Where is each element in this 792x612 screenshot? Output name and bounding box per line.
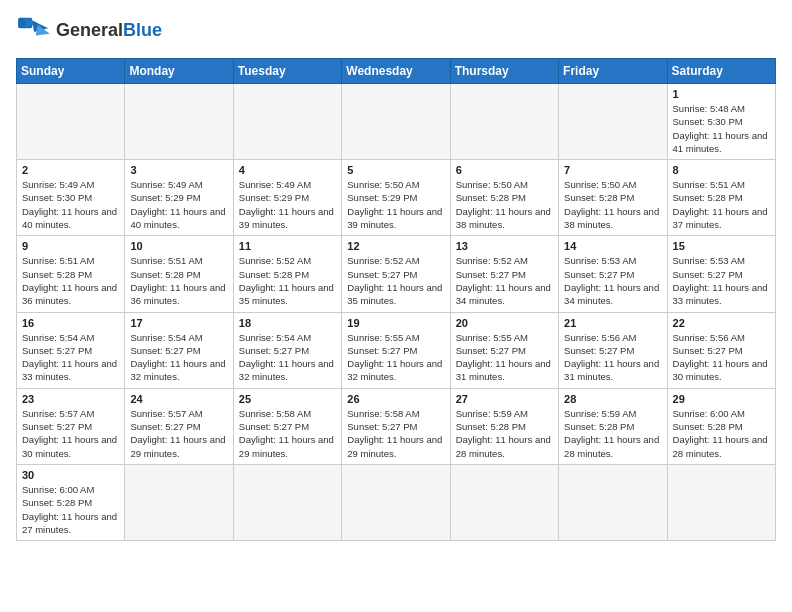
calendar-cell: 25Sunrise: 5:58 AMSunset: 5:27 PMDayligh… bbox=[233, 388, 341, 464]
day-info: Sunrise: 5:49 AMSunset: 5:29 PMDaylight:… bbox=[239, 178, 336, 231]
calendar-cell: 11Sunrise: 5:52 AMSunset: 5:28 PMDayligh… bbox=[233, 236, 341, 312]
calendar-cell: 14Sunrise: 5:53 AMSunset: 5:27 PMDayligh… bbox=[559, 236, 667, 312]
day-info: Sunrise: 5:56 AMSunset: 5:27 PMDaylight:… bbox=[564, 331, 661, 384]
day-number: 14 bbox=[564, 240, 661, 252]
day-info: Sunrise: 5:58 AMSunset: 5:27 PMDaylight:… bbox=[239, 407, 336, 460]
day-info: Sunrise: 5:57 AMSunset: 5:27 PMDaylight:… bbox=[130, 407, 227, 460]
calendar-cell: 18Sunrise: 5:54 AMSunset: 5:27 PMDayligh… bbox=[233, 312, 341, 388]
day-number: 12 bbox=[347, 240, 444, 252]
calendar-cell: 17Sunrise: 5:54 AMSunset: 5:27 PMDayligh… bbox=[125, 312, 233, 388]
calendar-row: 9Sunrise: 5:51 AMSunset: 5:28 PMDaylight… bbox=[17, 236, 776, 312]
day-number: 22 bbox=[673, 317, 770, 329]
day-number: 10 bbox=[130, 240, 227, 252]
day-number: 3 bbox=[130, 164, 227, 176]
calendar-cell bbox=[342, 84, 450, 160]
day-info: Sunrise: 6:00 AMSunset: 5:28 PMDaylight:… bbox=[22, 483, 119, 536]
day-number: 13 bbox=[456, 240, 553, 252]
day-info: Sunrise: 5:51 AMSunset: 5:28 PMDaylight:… bbox=[22, 254, 119, 307]
calendar-cell: 5Sunrise: 5:50 AMSunset: 5:29 PMDaylight… bbox=[342, 160, 450, 236]
day-info: Sunrise: 5:59 AMSunset: 5:28 PMDaylight:… bbox=[456, 407, 553, 460]
day-info: Sunrise: 5:50 AMSunset: 5:28 PMDaylight:… bbox=[564, 178, 661, 231]
day-number: 5 bbox=[347, 164, 444, 176]
day-number: 7 bbox=[564, 164, 661, 176]
day-number: 9 bbox=[22, 240, 119, 252]
day-number: 18 bbox=[239, 317, 336, 329]
calendar-cell bbox=[667, 464, 775, 540]
calendar-cell: 4Sunrise: 5:49 AMSunset: 5:29 PMDaylight… bbox=[233, 160, 341, 236]
calendar-cell bbox=[17, 84, 125, 160]
calendar-cell: 2Sunrise: 5:49 AMSunset: 5:30 PMDaylight… bbox=[17, 160, 125, 236]
logo-text: GeneralBlue bbox=[56, 21, 162, 41]
day-number: 17 bbox=[130, 317, 227, 329]
day-info: Sunrise: 6:00 AMSunset: 5:28 PMDaylight:… bbox=[673, 407, 770, 460]
day-info: Sunrise: 5:55 AMSunset: 5:27 PMDaylight:… bbox=[347, 331, 444, 384]
calendar-cell: 8Sunrise: 5:51 AMSunset: 5:28 PMDaylight… bbox=[667, 160, 775, 236]
calendar-cell: 7Sunrise: 5:50 AMSunset: 5:28 PMDaylight… bbox=[559, 160, 667, 236]
day-number: 24 bbox=[130, 393, 227, 405]
calendar-cell bbox=[342, 464, 450, 540]
calendar-row: 23Sunrise: 5:57 AMSunset: 5:27 PMDayligh… bbox=[17, 388, 776, 464]
calendar-cell: 21Sunrise: 5:56 AMSunset: 5:27 PMDayligh… bbox=[559, 312, 667, 388]
day-info: Sunrise: 5:51 AMSunset: 5:28 PMDaylight:… bbox=[130, 254, 227, 307]
day-info: Sunrise: 5:50 AMSunset: 5:29 PMDaylight:… bbox=[347, 178, 444, 231]
calendar-cell bbox=[125, 464, 233, 540]
weekday-header-row: SundayMondayTuesdayWednesdayThursdayFrid… bbox=[17, 59, 776, 84]
day-number: 16 bbox=[22, 317, 119, 329]
weekday-header: Monday bbox=[125, 59, 233, 84]
calendar-cell: 3Sunrise: 5:49 AMSunset: 5:29 PMDaylight… bbox=[125, 160, 233, 236]
day-number: 21 bbox=[564, 317, 661, 329]
day-number: 19 bbox=[347, 317, 444, 329]
day-info: Sunrise: 5:52 AMSunset: 5:27 PMDaylight:… bbox=[456, 254, 553, 307]
day-number: 27 bbox=[456, 393, 553, 405]
calendar-table: SundayMondayTuesdayWednesdayThursdayFrid… bbox=[16, 58, 776, 541]
calendar-cell: 13Sunrise: 5:52 AMSunset: 5:27 PMDayligh… bbox=[450, 236, 558, 312]
day-info: Sunrise: 5:52 AMSunset: 5:27 PMDaylight:… bbox=[347, 254, 444, 307]
day-number: 15 bbox=[673, 240, 770, 252]
day-info: Sunrise: 5:50 AMSunset: 5:28 PMDaylight:… bbox=[456, 178, 553, 231]
day-info: Sunrise: 5:54 AMSunset: 5:27 PMDaylight:… bbox=[239, 331, 336, 384]
weekday-header: Wednesday bbox=[342, 59, 450, 84]
day-info: Sunrise: 5:55 AMSunset: 5:27 PMDaylight:… bbox=[456, 331, 553, 384]
day-info: Sunrise: 5:54 AMSunset: 5:27 PMDaylight:… bbox=[22, 331, 119, 384]
weekday-header: Thursday bbox=[450, 59, 558, 84]
calendar-row: 1Sunrise: 5:48 AMSunset: 5:30 PMDaylight… bbox=[17, 84, 776, 160]
calendar-cell: 20Sunrise: 5:55 AMSunset: 5:27 PMDayligh… bbox=[450, 312, 558, 388]
day-number: 8 bbox=[673, 164, 770, 176]
calendar-cell: 27Sunrise: 5:59 AMSunset: 5:28 PMDayligh… bbox=[450, 388, 558, 464]
day-info: Sunrise: 5:53 AMSunset: 5:27 PMDaylight:… bbox=[564, 254, 661, 307]
calendar-cell: 16Sunrise: 5:54 AMSunset: 5:27 PMDayligh… bbox=[17, 312, 125, 388]
calendar-cell bbox=[125, 84, 233, 160]
day-info: Sunrise: 5:48 AMSunset: 5:30 PMDaylight:… bbox=[673, 102, 770, 155]
page-header: GeneralBlue bbox=[16, 16, 776, 46]
day-number: 30 bbox=[22, 469, 119, 481]
calendar-cell: 10Sunrise: 5:51 AMSunset: 5:28 PMDayligh… bbox=[125, 236, 233, 312]
day-number: 23 bbox=[22, 393, 119, 405]
day-number: 28 bbox=[564, 393, 661, 405]
day-number: 20 bbox=[456, 317, 553, 329]
calendar-cell: 29Sunrise: 6:00 AMSunset: 5:28 PMDayligh… bbox=[667, 388, 775, 464]
day-number: 2 bbox=[22, 164, 119, 176]
calendar-cell: 15Sunrise: 5:53 AMSunset: 5:27 PMDayligh… bbox=[667, 236, 775, 312]
day-info: Sunrise: 5:58 AMSunset: 5:27 PMDaylight:… bbox=[347, 407, 444, 460]
weekday-header: Friday bbox=[559, 59, 667, 84]
calendar-cell: 12Sunrise: 5:52 AMSunset: 5:27 PMDayligh… bbox=[342, 236, 450, 312]
logo-icon bbox=[16, 16, 52, 46]
day-info: Sunrise: 5:54 AMSunset: 5:27 PMDaylight:… bbox=[130, 331, 227, 384]
day-info: Sunrise: 5:49 AMSunset: 5:30 PMDaylight:… bbox=[22, 178, 119, 231]
day-number: 11 bbox=[239, 240, 336, 252]
calendar-cell bbox=[233, 84, 341, 160]
calendar-row: 16Sunrise: 5:54 AMSunset: 5:27 PMDayligh… bbox=[17, 312, 776, 388]
calendar-cell bbox=[450, 84, 558, 160]
day-info: Sunrise: 5:57 AMSunset: 5:27 PMDaylight:… bbox=[22, 407, 119, 460]
calendar-cell: 6Sunrise: 5:50 AMSunset: 5:28 PMDaylight… bbox=[450, 160, 558, 236]
day-info: Sunrise: 5:56 AMSunset: 5:27 PMDaylight:… bbox=[673, 331, 770, 384]
calendar-cell: 28Sunrise: 5:59 AMSunset: 5:28 PMDayligh… bbox=[559, 388, 667, 464]
weekday-header: Sunday bbox=[17, 59, 125, 84]
calendar-cell bbox=[233, 464, 341, 540]
day-info: Sunrise: 5:49 AMSunset: 5:29 PMDaylight:… bbox=[130, 178, 227, 231]
day-number: 4 bbox=[239, 164, 336, 176]
day-number: 1 bbox=[673, 88, 770, 100]
calendar-cell: 24Sunrise: 5:57 AMSunset: 5:27 PMDayligh… bbox=[125, 388, 233, 464]
calendar-cell bbox=[559, 84, 667, 160]
weekday-header: Saturday bbox=[667, 59, 775, 84]
